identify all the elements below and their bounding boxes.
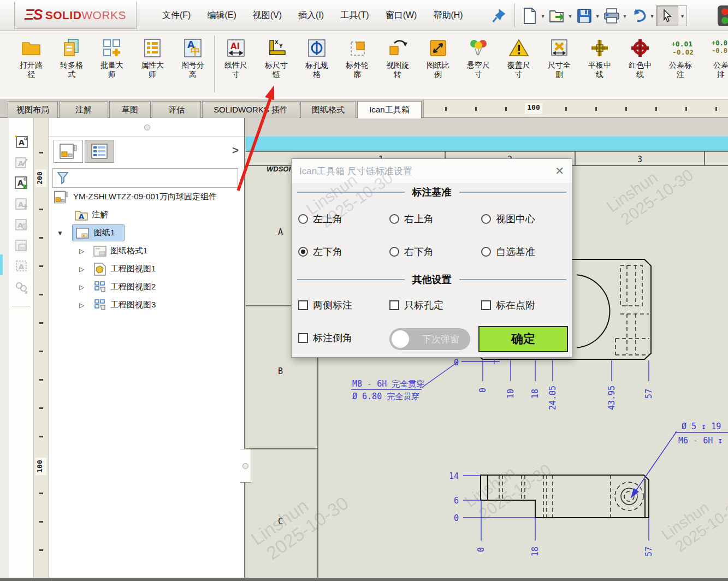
ribbon-open-path-button[interactable]: 打开路 径 <box>11 35 51 79</box>
radio-icon[interactable] <box>389 247 399 257</box>
ribbon-flat-centerline-button[interactable]: 平板中 线 <box>579 35 620 79</box>
tab-evaluate[interactable]: 评估 <box>152 101 201 118</box>
ribbon-floating-dim-button[interactable]: 悬空尺 寸 <box>458 35 499 79</box>
checkbox-holes-only[interactable]: 只标孔定 <box>389 298 443 312</box>
ordinate-dim[interactable]: 10 <box>506 389 516 399</box>
hole-callout-line1[interactable]: Ø 5 ↧ 19 <box>682 422 721 431</box>
tab-ican-toolbox[interactable]: Ican工具箱 <box>357 101 422 118</box>
ribbon-override-dim-button[interactable]: 覆盖尺 寸 <box>499 35 539 79</box>
menu-view[interactable]: 视图(V) <box>245 7 290 25</box>
tree-item-annotations[interactable]: A 注解 <box>49 206 244 224</box>
dialog-title-bar[interactable]: Ican工具箱 尺寸链标准设置 ✕ <box>292 159 572 183</box>
expand-arrow-icon[interactable]: ▷ <box>79 301 84 309</box>
chevron-down-icon[interactable]: ▾ <box>594 13 601 19</box>
radio-bottom-left[interactable]: 左下角 <box>298 245 342 259</box>
expand-arrow-icon[interactable]: ▷ <box>79 247 84 255</box>
panel-expand-chevron-icon[interactable]: > <box>232 144 239 157</box>
ordinate-dim[interactable]: 0 <box>478 388 488 393</box>
ordinate-datum-dim[interactable]: 0 <box>454 358 459 367</box>
close-icon[interactable]: ✕ <box>555 165 564 176</box>
toggle-knob[interactable] <box>392 330 409 348</box>
select-tool-dropdown[interactable]: ▾ <box>678 5 687 26</box>
ordinate-dim[interactable]: 0 <box>476 547 486 552</box>
chevron-down-icon[interactable]: ▾ <box>567 13 573 19</box>
note-pattern-icon[interactable]: A <box>13 258 29 274</box>
panel-splitter-handle[interactable] <box>240 449 251 483</box>
ribbon-convert-format-button[interactable]: 转多格 式 <box>51 35 92 79</box>
note-link-icon[interactable] <box>13 278 29 295</box>
print-icon[interactable] <box>602 5 622 26</box>
next-popup-toggle[interactable]: 下次弹窗 <box>389 328 470 350</box>
ordinate-dim[interactable]: 57 <box>644 389 654 399</box>
ribbon-drawing-number-split-button[interactable]: A中 图号分 离 <box>173 35 213 79</box>
checkbox-both-sides[interactable]: 两侧标注 <box>298 298 352 312</box>
checkbox-at-points[interactable]: 标在点附 <box>481 298 535 312</box>
open-document-icon[interactable] <box>547 5 567 26</box>
expand-arrow-icon[interactable]: ▷ <box>79 265 84 273</box>
pin-menu-icon[interactable] <box>492 7 509 24</box>
ribbon-red-centerline-button[interactable]: 红色中 线 <box>620 35 660 79</box>
hole-callout-line2[interactable]: M6 - 6H ↧ 1 <box>678 436 728 446</box>
radio-custom-datum[interactable]: 自选基准 <box>481 245 535 259</box>
tree-item-sheet1[interactable]: ▼ 图纸1 <box>49 224 244 242</box>
radio-top-left[interactable]: 左上角 <box>298 212 342 226</box>
hole-callout-line1[interactable]: M8 - 6H 完全贯穿 <box>352 379 424 389</box>
checkbox-icon[interactable] <box>389 300 399 310</box>
ribbon-tolerance-button[interactable]: +0.01-0.02 公差标 注 <box>660 35 701 79</box>
ribbon-hole-spec-button[interactable]: 标孔规 格 <box>297 35 337 79</box>
note-save-icon[interactable] <box>13 237 29 253</box>
expand-arrow-icon[interactable]: ▷ <box>79 283 84 291</box>
note-edit-icon[interactable]: A <box>13 154 29 170</box>
select-tool-button[interactable] <box>656 5 678 26</box>
ribbon-property-master-button[interactable]: 属性大 师 <box>132 35 173 79</box>
ribbon-delete-all-dims-button[interactable]: 尺寸全 删 <box>539 35 579 79</box>
new-document-icon[interactable] <box>520 5 540 26</box>
radio-top-right[interactable]: 右上角 <box>389 212 434 226</box>
tree-item-sheet-format1[interactable]: ▷ 图纸格式1 <box>49 242 244 260</box>
ordinate-dim[interactable]: 14 <box>449 471 459 481</box>
property-tab[interactable] <box>85 140 114 163</box>
radio-bottom-right[interactable]: 右下角 <box>389 245 434 259</box>
tree-item-view2[interactable]: ▷ 工程图视图2 <box>49 278 244 296</box>
undo-icon[interactable] <box>629 5 649 26</box>
tab-solidworks-addins[interactable]: SOLIDWORKS 插件 <box>202 101 299 118</box>
note-export-icon[interactable]: A <box>13 175 29 191</box>
ribbon-rotate-view-button[interactable]: 视图旋 转 <box>377 35 418 79</box>
note-new-icon[interactable]: A <box>13 133 29 150</box>
ribbon-tolerance2-button[interactable]: +0.0-0.0 公差 排 <box>701 35 728 79</box>
ribbon-batch-master-button[interactable]: 批量大 师 <box>92 35 132 79</box>
radio-icon[interactable] <box>481 247 491 257</box>
checkbox-icon[interactable] <box>298 333 308 343</box>
tree-item-view1[interactable]: ▷ 工程图视图1 <box>49 260 244 278</box>
menu-insert[interactable]: 插入(I) <box>290 7 332 25</box>
tab-view-layout[interactable]: 视图布局 <box>8 101 58 118</box>
tree-root-row[interactable]: YM-ZSHLWTZZ-09-001万向球固定组件 <box>49 188 244 206</box>
menu-edit[interactable]: 编辑(E) <box>199 7 244 25</box>
tab-sheet-format[interactable]: 图纸格式 <box>300 101 356 118</box>
ribbon-dim-chain-button[interactable]: xY 标尺寸 链 <box>256 35 297 79</box>
tab-annotation[interactable]: 注解 <box>59 101 108 118</box>
ordinate-dim[interactable]: 57 <box>644 547 654 556</box>
feature-tree-tab[interactable] <box>54 140 83 163</box>
ordinate-dim[interactable]: 43.95 <box>607 386 617 410</box>
radio-icon[interactable] <box>389 214 399 224</box>
ordinate-dim[interactable]: 6 <box>454 496 459 506</box>
ordinate-dim[interactable]: 18 <box>530 547 540 556</box>
menu-file[interactable]: 文件(F) <box>154 7 199 25</box>
checkbox-icon[interactable] <box>298 300 308 310</box>
note-lock-icon[interactable]: A <box>13 216 29 233</box>
ordinate-dim[interactable]: 24.05 <box>548 386 558 410</box>
ok-button[interactable]: 确定 <box>478 326 568 352</box>
checkbox-icon[interactable] <box>481 300 491 310</box>
hole-callout-line2[interactable]: Ø 6.80 完全贯穿 <box>352 392 419 401</box>
chevron-down-icon[interactable]: ▾ <box>649 13 655 19</box>
checkbox-chamfer[interactable]: 标注倒角 <box>298 331 352 345</box>
expand-arrow-icon[interactable]: ▼ <box>57 229 63 237</box>
ordinate-dim[interactable]: 0 <box>454 513 459 523</box>
save-icon[interactable] <box>575 5 594 26</box>
tree-filter-input[interactable] <box>52 168 238 188</box>
tab-sketch[interactable]: 草图 <box>109 101 151 118</box>
chevron-down-icon[interactable]: ▾ <box>540 13 546 19</box>
menu-tools[interactable]: 工具(T) <box>332 7 377 25</box>
panel-splitter[interactable] <box>49 118 244 137</box>
